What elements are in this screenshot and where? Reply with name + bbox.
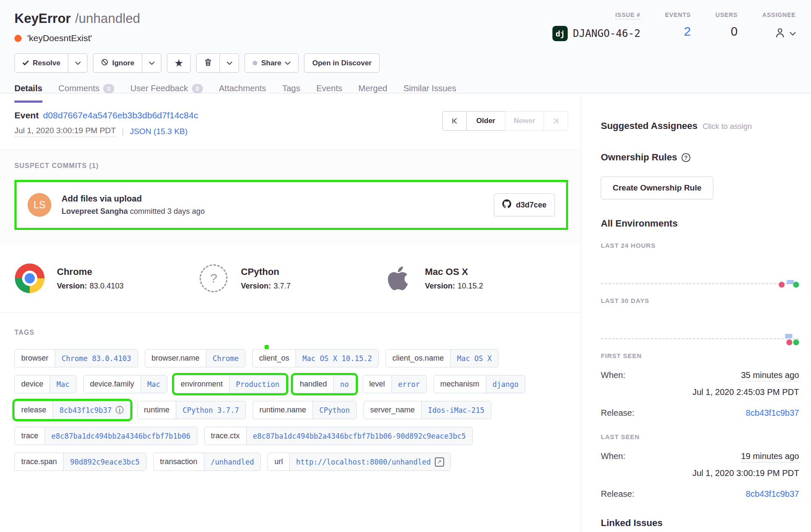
tag-pill-client_os.name: client_os.nameMac OS X <box>386 349 498 367</box>
tags-heading: TAGS <box>14 329 566 336</box>
create-ownership-rule-button[interactable]: Create Ownership Rule <box>601 176 713 199</box>
newest-event-button <box>543 111 568 131</box>
tag-pill-runtime: runtimeCPython 3.7.7 <box>137 401 246 419</box>
resolve-dropdown-button[interactable] <box>68 53 87 73</box>
version-label: Version: <box>425 282 455 290</box>
ownership-rules-title: Ownership Rules <box>601 152 677 163</box>
tag-value-link[interactable]: Chrome <box>206 350 245 367</box>
tag-key: release <box>15 401 53 419</box>
users-count: 0 <box>715 25 738 39</box>
tab-label: Comments <box>59 84 100 93</box>
tag-value-link[interactable]: no <box>333 375 355 393</box>
tag-value-link[interactable]: e8c87ba1dc494bb2a4346bcfbf7b1b06 <box>45 427 197 445</box>
help-question-icon[interactable]: ? <box>681 153 690 162</box>
tag-value-link[interactable]: Mac OS X 10.15.2 <box>296 350 378 367</box>
tag-pill-transaction: transaction/unhandled <box>153 453 261 471</box>
assignee-dropdown[interactable] <box>762 26 796 41</box>
tab-count-badge: 0 <box>103 84 114 93</box>
tag-pill-trace: tracee8c87ba1dc494bb2a4346bcfbf7b1b06 <box>14 427 197 445</box>
issue-number-label: ISSUE # <box>615 11 640 20</box>
sparkline-red-marker <box>786 339 792 345</box>
tag-value-link[interactable]: Mac OS X <box>450 350 498 367</box>
star-icon: ★ <box>175 58 183 68</box>
context-name: Mac OS X <box>425 266 483 277</box>
stat-assignee: ASSIGNEE <box>762 11 796 43</box>
tag-value-link[interactable]: error <box>391 375 426 393</box>
event-id-link[interactable]: d08d7667e4a5476eb3b3db6d7f14c84c <box>43 110 198 120</box>
annotation-dot <box>265 345 269 349</box>
ignore-button[interactable]: Ignore <box>93 53 142 73</box>
tag-key: trace <box>15 427 45 445</box>
stat-events: EVENTS 2 <box>665 11 691 43</box>
trash-icon <box>205 58 211 68</box>
older-event-button[interactable]: Older <box>466 111 505 131</box>
tag-value-text: Mac OS X <box>457 354 492 363</box>
context-browser: Chrome Version:83.0.4103 <box>14 263 198 294</box>
context-name: CPython <box>241 266 290 277</box>
tag-pill-level: levelerror <box>363 375 427 393</box>
open-in-discover-button[interactable]: Open in Discover <box>304 53 380 73</box>
suspect-commits-heading: SUSPECT COMMITS (1) <box>14 162 568 170</box>
event-label: Event <box>14 110 39 120</box>
tag-value-link[interactable]: 8cb43f1c9b37ⓘ <box>53 401 130 419</box>
error-level-dot <box>14 35 22 42</box>
tag-value-link[interactable]: django <box>486 375 525 393</box>
page-title: KeyError/unhandled <box>14 10 140 27</box>
release-label: Release: <box>601 489 634 499</box>
tag-value-text: CPython 3.7.7 <box>183 406 239 414</box>
stat-issue-number: ISSUE # dj DJANGO-46-2 <box>552 11 640 43</box>
resolve-button[interactable]: Resolve <box>14 53 68 73</box>
tag-key: level <box>363 375 391 393</box>
tag-value-link[interactable]: 90d892c9eace3bc5 <box>63 453 146 470</box>
tag-key: runtime <box>138 401 176 419</box>
tag-value-link[interactable]: CPython 3.7.7 <box>176 401 245 419</box>
commit-sha-button[interactable]: d3d7cee <box>494 193 555 216</box>
tag-value-text: Mac OS X 10.15.2 <box>302 354 372 363</box>
version-value: 83.0.4103 <box>90 282 124 290</box>
first-seen-release-link[interactable]: 8cb43f1c9b37 <box>746 408 799 418</box>
tag-key: device.family <box>84 375 141 393</box>
issue-type: KeyError <box>14 11 71 26</box>
tag-value-link[interactable]: /unhandled <box>204 453 260 470</box>
users-label: USERS <box>715 11 738 18</box>
first-seen-label: FIRST SEEN <box>601 352 799 359</box>
tag-value-link[interactable]: e8c87ba1dc494bb2a4346bcfbf7b1b06-90d892c… <box>246 427 473 445</box>
events-label: EVENTS <box>665 11 691 18</box>
tag-value-link[interactable]: Mac <box>141 375 167 393</box>
tab-count-badge: 0 <box>192 84 203 93</box>
tag-pill-device: deviceMac <box>14 375 76 393</box>
last-seen-release-link[interactable]: 8cb43f1c9b37 <box>746 489 799 499</box>
delete-dropdown-button[interactable] <box>220 53 239 73</box>
ignore-label: Ignore <box>112 59 134 67</box>
tag-value-link[interactable]: Production <box>229 375 286 393</box>
delete-button[interactable] <box>196 53 220 73</box>
apple-icon <box>383 263 413 294</box>
tag-key: server_name <box>364 401 421 419</box>
sparkline-red-marker <box>779 282 785 288</box>
tag-value-link[interactable]: Idos-iMac-215 <box>421 401 491 419</box>
event-json-link[interactable]: JSON (15.3 KB) <box>130 127 188 136</box>
issue-short-id: DJANGO-46-2 <box>573 28 640 39</box>
bookmark-star-button[interactable]: ★ <box>167 53 191 73</box>
oldest-event-button[interactable] <box>442 111 467 131</box>
tag-value-link[interactable]: http://localhost:8000/unhandled↗ <box>289 453 450 470</box>
tag-pill-trace.span: trace.span90d892c9eace3bc5 <box>14 453 146 471</box>
event-pagination: Older Newer <box>442 111 568 137</box>
tag-value-link[interactable]: CPython <box>313 401 356 419</box>
event-contexts: Chrome Version:83.0.4103 ? CPython Versi… <box>0 244 581 313</box>
tag-value-text: Production <box>236 380 279 389</box>
assignee-person-icon <box>774 26 786 41</box>
tag-value-text: /unhandled <box>211 458 254 466</box>
issue-sidebar: Suggested AssigneesClick to assign Owner… <box>581 93 811 532</box>
all-environments-title: All Environments <box>601 218 799 229</box>
tag-value-link[interactable]: Mac <box>50 375 76 393</box>
suggested-assignees-title: Suggested Assignees <box>601 120 698 131</box>
tag-value-text: e8c87ba1dc494bb2a4346bcfbf7b1b06-90d892c… <box>253 432 466 440</box>
ignore-dropdown-button[interactable] <box>142 53 161 73</box>
share-button[interactable]: Share <box>245 53 298 73</box>
suspect-commits-section: SUSPECT COMMITS (1) LS Add files via upl… <box>0 150 581 244</box>
tag-value-link[interactable]: Chrome 83.0.4103 <box>55 350 138 367</box>
external-link-icon[interactable]: ↗ <box>435 457 444 467</box>
issue-stats: ISSUE # dj DJANGO-46-2 EVENTS 2 USERS 0 … <box>552 10 796 43</box>
info-icon: ⓘ <box>115 405 124 416</box>
